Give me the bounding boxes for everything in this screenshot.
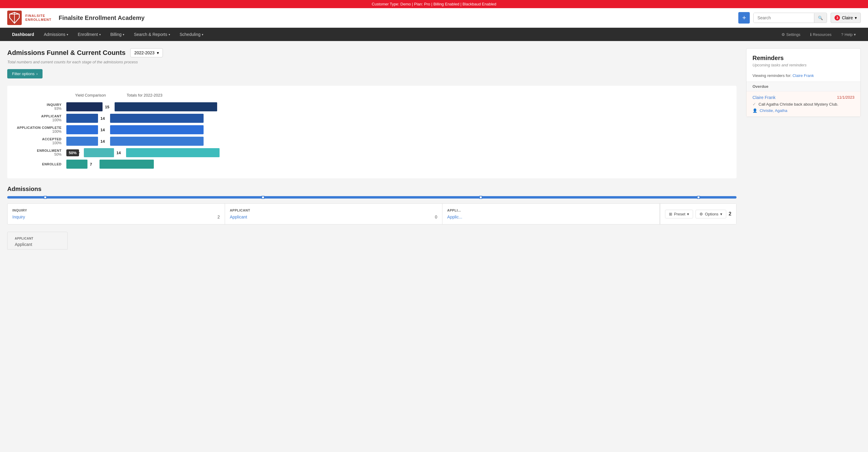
appcomplete-yield-bar <box>66 125 98 134</box>
overdue-header: Overdue <box>746 82 861 91</box>
nav-item-enrollment[interactable]: Enrollment ▾ <box>73 28 105 41</box>
logo-text: FINALSITE ENROLLMENT <box>25 14 51 22</box>
right-panel: Reminders Upcoming tasks and reminders V… <box>746 48 861 224</box>
admissions-progress-container <box>7 196 737 199</box>
applicant-card-count: 0 <box>435 214 437 219</box>
preset-label: Preset <box>674 212 685 216</box>
reminder-text: ✓ Call Agatha Christie back about Myster… <box>752 102 855 107</box>
left-panel: Admissions Funnel & Current Counts 2022-… <box>7 48 737 224</box>
applicant-count: 14 <box>100 116 108 121</box>
section-header: Admissions Funnel & Current Counts 2022-… <box>7 48 737 57</box>
nav-item-billing[interactable]: Billing ▾ <box>105 28 129 41</box>
chart-row-appcomplete: APPLICATION COMPLETE 100% 14 <box>12 125 732 134</box>
inquiry-yield-bar <box>66 102 102 111</box>
inquiry-bars: 15 <box>66 102 732 111</box>
nav-item-admissions[interactable]: Admissions ▾ <box>39 28 73 41</box>
applicant-footer-bar: APPLICANT Applicant <box>7 232 861 249</box>
adm-card-inquiry-title: INQUIRY <box>12 209 220 212</box>
filter-chevron-icon: › <box>36 71 37 76</box>
logo-area: FINALSITE ENROLLMENT <box>7 10 51 25</box>
appcomplete-count: 14 <box>100 128 108 132</box>
applicant-total-bar <box>110 114 204 123</box>
inquiry-link[interactable]: Inquiry <box>12 214 25 219</box>
reminder-person-link[interactable]: Claire Frank <box>752 95 775 100</box>
search-input[interactable] <box>754 13 814 23</box>
appcomplete-bars: 14 <box>66 125 732 134</box>
scheduling-caret: ▾ <box>202 33 203 36</box>
enrollment-caret: ▾ <box>99 33 101 36</box>
admissions-caret: ▾ <box>67 33 68 36</box>
enrollment-labels: ENROLLMENT 50% <box>12 149 66 157</box>
user-menu-button[interactable]: 3 Claire ▾ <box>831 13 861 23</box>
applicant-footer-label-small: APPLICANT <box>15 237 60 240</box>
preset-caret: ▾ <box>687 212 689 216</box>
nav-item-dashboard[interactable]: Dashboard <box>7 28 39 41</box>
applicant-footer-label-large: Applicant <box>15 242 60 247</box>
year-selector[interactable]: 2022-2023 ▾ <box>130 48 163 57</box>
reminders-subtitle: Upcoming tasks and reminders <box>746 63 861 71</box>
admissions-section: Admissions INQUIRY Inquiry <box>7 186 737 224</box>
preset-button[interactable]: ⊞ Preset ▾ <box>665 210 693 218</box>
options-button[interactable]: ⚙ Options ▾ <box>695 210 726 218</box>
section-subtitle: Total numbers and current counts for eac… <box>7 60 737 64</box>
reminders-viewing: Viewing reminders for: Claire Frank <box>746 71 861 82</box>
user-menu-caret: ▾ <box>855 16 857 20</box>
enrollment-tooltip: 50% <box>66 149 79 156</box>
progress-dot-4 <box>697 196 700 199</box>
admissions-cards: INQUIRY Inquiry 2 APPLICANT Applicant 0 … <box>7 203 737 224</box>
reminder-item: Claire Frank 11/1/2023 ✓ Call Agatha Chr… <box>746 91 861 117</box>
notification-badge: 3 <box>835 15 840 21</box>
reminder-date: 11/1/2023 <box>837 95 855 100</box>
chart-container: Yield Comparison Totals for 2022-2023 IN… <box>7 86 737 178</box>
enrollment-count: 14 <box>116 151 124 155</box>
admissions-progress-bar <box>7 196 737 199</box>
main-content: Admissions Funnel & Current Counts 2022-… <box>0 41 868 232</box>
inquiry-count: 15 <box>105 105 112 109</box>
user-name: Claire <box>842 16 853 20</box>
preset-icon: ⊞ <box>669 212 672 216</box>
nav-item-scheduling[interactable]: Scheduling ▾ <box>175 28 208 41</box>
top-banner: Customer Type: Demo | Plan: Pro | Billin… <box>0 0 868 8</box>
person-icon: 👤 <box>752 108 757 113</box>
accepted-count: 14 <box>100 139 108 144</box>
toolbar-count: 2 <box>728 211 732 217</box>
nav-item-search-reports[interactable]: Search & Reports ▾ <box>129 28 175 41</box>
search-reports-caret: ▾ <box>168 33 170 36</box>
reminder-applicant-link[interactable]: 👤 Christie, Agatha <box>752 108 855 113</box>
chart-header-row: Yield Comparison Totals for 2022-2023 <box>66 93 732 97</box>
enrolled-labels: ENROLLED <box>12 162 66 166</box>
nav-item-settings[interactable]: ⚙ Settings <box>777 28 805 41</box>
applicant-link[interactable]: Applicant <box>230 214 247 219</box>
inquiry-labels: INQUIRY 93% <box>12 103 66 111</box>
search-bar-container: 🔍 <box>753 13 827 23</box>
viewing-person-link[interactable]: Claire Frank <box>793 73 814 78</box>
accepted-total-bar <box>110 137 204 146</box>
adm-toolbar: ⊞ Preset ▾ ⚙ Options ▾ 2 <box>660 204 736 224</box>
filter-options-button[interactable]: Filter options › <box>7 69 42 79</box>
totals-label: Totals for 2022-2023 <box>127 93 732 97</box>
header-actions: + 🔍 3 Claire ▾ <box>738 12 861 24</box>
appli-link[interactable]: Applic... <box>447 214 462 219</box>
reminders-title: Reminders <box>746 49 861 63</box>
adm-card-applicant-title: APPLICANT <box>230 209 437 212</box>
yield-comparison-label: Yield Comparison <box>66 93 115 97</box>
progress-dot-3 <box>479 196 482 199</box>
appcomplete-labels: APPLICATION COMPLETE 100% <box>12 126 66 134</box>
options-label: Options <box>705 212 718 216</box>
appcomplete-total-bar <box>110 125 204 134</box>
accepted-bars: 14 <box>66 137 732 146</box>
applicant-bars: 14 <box>66 114 732 123</box>
options-caret: ▾ <box>720 212 722 216</box>
checkmark-icon: ✓ <box>752 102 756 107</box>
search-submit-button[interactable]: 🔍 <box>814 13 827 23</box>
adm-card-appli: APPLI... Applic... <box>442 204 660 224</box>
billing-caret: ▾ <box>123 33 124 36</box>
inquiry-total-bar <box>115 102 217 111</box>
header: FINALSITE ENROLLMENT Finalsite Enrollmen… <box>0 8 868 28</box>
nav-left: Dashboard Admissions ▾ Enrollment ▾ Bill… <box>7 28 777 41</box>
progress-dot-2 <box>261 196 265 199</box>
reminder-item-header: Claire Frank 11/1/2023 <box>752 95 855 100</box>
add-button[interactable]: + <box>738 12 750 24</box>
nav-item-resources[interactable]: ℹ Resources <box>805 28 836 41</box>
nav-item-help[interactable]: ? Help ▾ <box>836 28 861 41</box>
